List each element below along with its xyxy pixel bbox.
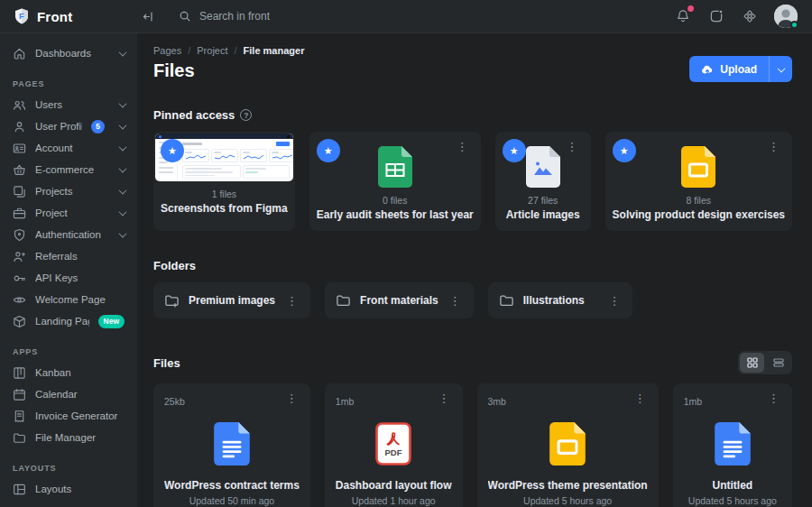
apps-grid-icon[interactable] (741, 7, 759, 25)
search-icon (179, 10, 191, 23)
sidebar-item-invoice-generator[interactable]: Invoice Generator (0, 405, 137, 427)
folder-menu-icon[interactable]: ⋮ (284, 293, 300, 309)
sidebar-item-layouts[interactable]: Layouts (0, 478, 137, 500)
file-menu-icon[interactable]: ⋮ (632, 391, 648, 406)
sidebar-item-label: Kanban (35, 367, 126, 378)
pinned-card[interactable]: ★ 1 files Screenshots from Figma (153, 132, 295, 231)
file-menu-icon[interactable]: ⋮ (437, 391, 452, 406)
pinned-cards-grid: ★ 1 files Screenshots from Figma ★ ⋮ 0 f… (153, 132, 792, 231)
sidebar-item-users[interactable]: Users (0, 94, 137, 115)
sidebar-item-file-manager[interactable]: File Manager (0, 427, 137, 448)
pinned-card[interactable]: ★ ⋮ 0 files Early audit sheets for last … (309, 132, 481, 231)
notifications-bell-icon[interactable] (674, 7, 692, 25)
help-icon[interactable]: ? (240, 109, 252, 121)
file-card[interactable]: 3mb ⋮ WordPress theme presentation Updat… (477, 383, 659, 507)
sidebar-item-landing-page[interactable]: Landing Page New (0, 310, 137, 332)
online-status-dot (790, 21, 798, 29)
sidebar-item-dashboards[interactable]: Dashboards (0, 42, 137, 64)
card-menu-icon[interactable]: ⋮ (455, 139, 470, 154)
upload-button[interactable]: Upload (689, 56, 769, 82)
folder-plus-icon (164, 293, 180, 309)
sidebar-item-label: E-commerce (35, 164, 110, 175)
sidebar-item-authentication[interactable]: Authentication (0, 224, 137, 245)
pinned-card-title: Solving product design exercises (605, 208, 792, 221)
person-icon (13, 120, 26, 134)
chevron-down-icon (119, 121, 127, 129)
sidebar-item-kanban[interactable]: Kanban (0, 362, 137, 383)
pinned-card[interactable]: ★ ⋮ 8 files Solving product design exerc… (605, 132, 792, 231)
house-icon (13, 47, 26, 60)
pin-star-icon[interactable]: ★ (503, 139, 526, 162)
google-slides-icon (549, 422, 586, 466)
sidebar-item-label: Landing Page (35, 316, 89, 327)
users-icon (13, 98, 26, 112)
sidebar-collapse-icon[interactable] (137, 5, 159, 27)
front-logo-icon: F (13, 7, 31, 25)
google-slides-icon (681, 146, 715, 188)
file-size: 1mb (684, 396, 702, 407)
search-input[interactable] (199, 10, 398, 23)
sidebar-item-project[interactable]: Project (0, 202, 137, 224)
files-heading: Files (153, 356, 180, 370)
folder-card[interactable]: Front materials ⋮ (325, 282, 474, 318)
file-updated: Updated 5 hours ago (684, 495, 781, 506)
file-card[interactable]: 25kb ⋮ WordPress contract terms Updated … (153, 383, 310, 507)
sidebar-item-ecommerce[interactable]: E-commerce (0, 159, 137, 180)
pinned-card-title: Early audit sheets for last year (309, 208, 481, 221)
sidebar-item-label: Layouts (35, 484, 126, 494)
layout-icon (13, 483, 26, 496)
google-docs-icon (214, 422, 250, 466)
sidebar-item-label: Referrals (35, 251, 126, 262)
file-card[interactable]: 1mb ⋮ PDF Dashboard layout flow Updated … (325, 383, 463, 507)
file-title: WordPress contract terms (164, 479, 300, 492)
sidebar-item-label: Welcome Page (35, 294, 126, 305)
folder-menu-icon[interactable]: ⋮ (448, 293, 463, 309)
chevron-down-icon (119, 48, 127, 56)
activity-stream-icon[interactable] (707, 7, 725, 25)
breadcrumb-project[interactable]: Project (197, 45, 227, 56)
grid-view-icon[interactable] (740, 353, 764, 373)
file-manager-app: F Front (0, 0, 812, 507)
folder-menu-icon[interactable]: ⋮ (606, 293, 622, 309)
pinned-card-title: Screenshots from Figma (153, 202, 295, 215)
folder-icon (499, 293, 514, 309)
pin-star-icon[interactable]: ★ (317, 139, 340, 162)
file-card[interactable]: 1mb ⋮ Untitled Updated 5 hours ago (673, 383, 792, 507)
pinned-access-heading: Pinned access (153, 108, 235, 122)
folder-name: Premium images (189, 294, 275, 307)
file-menu-icon[interactable]: ⋮ (284, 391, 300, 406)
list-view-icon[interactable] (766, 353, 790, 373)
card-menu-icon[interactable]: ⋮ (565, 139, 580, 154)
folders-heading-row: Folders (153, 259, 792, 272)
sidebar-item-account[interactable]: Account (0, 137, 137, 159)
file-menu-icon[interactable]: ⋮ (766, 391, 781, 406)
upload-dropdown-toggle[interactable] (769, 56, 792, 82)
pin-star-icon[interactable]: ★ (613, 139, 636, 162)
chevron-down-icon (119, 164, 127, 172)
topbar: F Front (0, 0, 812, 33)
sidebar-item-referrals[interactable]: Referrals (0, 245, 137, 267)
sidebar-item-api-keys[interactable]: API Keys (0, 267, 137, 289)
sidebar-item-welcome-page[interactable]: Welcome Page (0, 289, 137, 310)
sidebar-item-projects[interactable]: Projects (0, 180, 137, 202)
pinned-card[interactable]: ★ ⋮ 27 files Article images (495, 132, 591, 231)
breadcrumb-pages[interactable]: Pages (153, 45, 181, 56)
user-avatar[interactable] (774, 5, 798, 28)
pin-star-icon[interactable]: ★ (161, 139, 184, 162)
sidebar-item-label: Project (35, 207, 110, 218)
main-content: Pages / Project / File manager Files Upl… (137, 33, 812, 507)
card-menu-icon[interactable]: ⋮ (766, 139, 781, 154)
sidebar-item-calendar[interactable]: Calendar (0, 383, 137, 405)
brand[interactable]: F Front (0, 7, 137, 25)
google-docs-icon (715, 422, 751, 466)
file-updated: Updated 50 min ago (164, 495, 300, 506)
pinned-file-count: 0 files (309, 195, 481, 206)
folder-card[interactable]: Premium images ⋮ (153, 282, 310, 318)
sidebar-item-label: User Profile (35, 121, 82, 132)
upload-split-button: Upload (689, 56, 792, 82)
folder-card[interactable]: Illustrations ⋮ (488, 282, 633, 318)
sidebar-item-user-profile[interactable]: User Profile 5 (0, 115, 137, 137)
folders-heading: Folders (153, 259, 196, 272)
folder-name: Front materials (360, 294, 438, 307)
chevron-down-icon (777, 64, 785, 72)
